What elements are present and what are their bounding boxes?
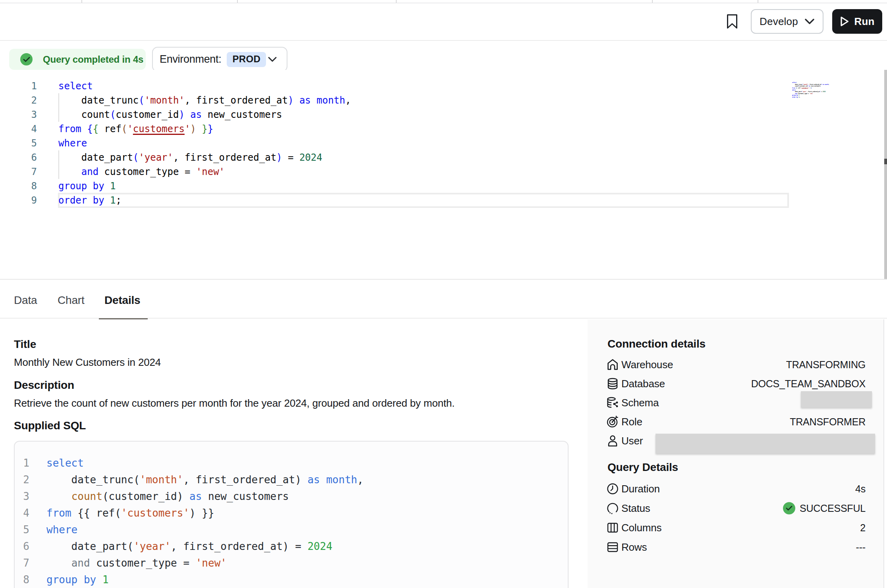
indent-guide	[58, 93, 59, 122]
code-line: date_part('year', first_ordered_at) = 20…	[58, 150, 351, 165]
develop-dropdown-button[interactable]: Develop	[751, 9, 823, 34]
develop-button-label: Develop	[760, 15, 798, 28]
bookmark-icon	[727, 14, 738, 29]
browser-tab-separator	[758, 0, 758, 3]
schema-icon	[607, 397, 619, 409]
title-heading: Title	[14, 338, 36, 351]
sql-editor[interactable]: 1 2 3 4 5 6 7 8 9 select date_trunc('mon…	[0, 70, 887, 279]
code-line: date_part('year', first_ordered_at) = 20…	[46, 538, 363, 555]
code-line: and customer_type = 'new'	[58, 165, 351, 179]
code-line: where	[46, 521, 363, 538]
redacted-value	[656, 434, 875, 453]
connection-details-panel: Connection details WarehouseTRANSFORMING…	[588, 319, 884, 588]
editor-line-numbers: 1 2 3 4 5 6 7 8 9	[0, 79, 37, 208]
code-line: from {{ ref('customers') }}	[58, 122, 351, 136]
toolbar: Develop Run	[0, 4, 887, 40]
code-line: group by 1	[46, 571, 363, 588]
detail-row-value: TRANSFORMING	[786, 359, 866, 371]
browser-tab-separator	[652, 0, 653, 3]
description-value: Retrieve the count of new customers per …	[14, 397, 455, 409]
connection-details-heading: Connection details	[607, 338, 706, 350]
tab-details[interactable]: Details	[104, 294, 140, 307]
status-icon	[607, 502, 619, 514]
detail-row-warehouse: WarehouseTRANSFORMING	[588, 355, 884, 374]
supplied-sql-code-block: 1 2 3 4 5 6 7 8 9 select date_trunc('mon…	[14, 441, 569, 588]
tab-data[interactable]: Data	[14, 294, 37, 307]
code-line: order by 1;	[58, 193, 351, 208]
detail-row-columns: Columns2	[588, 518, 884, 537]
editor-scrollbar[interactable]	[884, 70, 887, 279]
code-line: select	[46, 455, 363, 471]
detail-row-user: User	[588, 431, 884, 450]
detail-row-label: Rows	[621, 541, 647, 553]
editor-code: select date_trunc('month', first_ordered…	[58, 79, 351, 208]
browser-tab-separator	[81, 0, 82, 3]
detail-row-schema: Schema	[588, 393, 884, 412]
detail-row-label: Columns	[621, 522, 661, 534]
environment-value-chip: PROD	[227, 52, 266, 67]
columns-icon	[607, 522, 619, 534]
code-line: select	[58, 79, 351, 93]
detail-row-value: DOCS_TEAM_SANDBOX	[751, 378, 866, 390]
supplied-sql-code: select date_trunc('month', first_ordered…	[46, 455, 363, 588]
detail-row-status: StatusSUCCESSFUL	[588, 499, 884, 518]
chevron-down-icon	[804, 18, 815, 25]
detail-row-label: User	[621, 435, 643, 447]
browser-tab-separator	[396, 0, 397, 3]
detail-row-label: Status	[621, 502, 650, 515]
bookmark-button[interactable]	[723, 11, 741, 32]
code-line: group by 1	[58, 179, 351, 193]
details-content: Title Monthly New Customers in 2024 Desc…	[0, 319, 588, 588]
status-value: SUCCESSFUL	[783, 502, 866, 515]
chevron-down-icon	[268, 56, 277, 62]
run-button[interactable]: Run	[832, 9, 882, 34]
title-value: Monthly New Customers in 2024	[14, 356, 161, 369]
rows-icon	[607, 541, 619, 553]
check-circle-icon	[783, 502, 795, 515]
code-line: and customer_type = 'new'	[46, 555, 363, 571]
toolbar-divider	[0, 40, 887, 41]
code-line: count(customer_id) as new_customers	[58, 108, 351, 122]
query-status-text: Query completed in 4s	[43, 54, 143, 65]
supplied-sql-heading: Supplied SQL	[14, 419, 86, 432]
indent-guide	[58, 150, 59, 179]
code-line: count(customer_id) as new_customers	[46, 488, 363, 505]
code-line: where	[58, 136, 351, 150]
query-details-heading: Query Details	[607, 461, 678, 474]
code-line: date_trunc('month', first_ordered_at) as…	[46, 471, 363, 488]
detail-row-label: Warehouse	[621, 359, 673, 371]
detail-row-value: ---	[856, 542, 866, 553]
code-line: order by 1;	[792, 96, 798, 98]
detail-row-role: RoleTRANSFORMER	[588, 412, 884, 431]
detail-row-duration: Duration4s	[588, 479, 884, 498]
run-button-label: Run	[854, 15, 874, 28]
tab-chart[interactable]: Chart	[58, 294, 84, 307]
detail-row-label: Database	[621, 378, 665, 390]
detail-row-label: Schema	[621, 397, 659, 409]
duration-icon	[607, 483, 619, 495]
warehouse-icon	[607, 359, 619, 371]
detail-row-database: DatabaseDOCS_TEAM_SANDBOX	[588, 374, 884, 393]
editor-minimap: select date_trunc('month', first_ordered…	[792, 82, 838, 100]
query-status-badge: Query completed in 4s	[9, 49, 146, 70]
user-icon	[607, 435, 619, 447]
database-icon	[607, 378, 619, 390]
supplied-sql-line-numbers: 1 2 3 4 5 6 7 8 9	[15, 455, 29, 588]
detail-row-value: TRANSFORMER	[790, 416, 866, 428]
browser-tab-strip	[0, 0, 887, 3]
detail-row-label: Duration	[621, 483, 660, 495]
play-icon	[840, 16, 849, 27]
editor-scrollbar-thumb[interactable]	[884, 159, 887, 164]
detail-row-label: Role	[621, 416, 642, 428]
environment-dropdown[interactable]: Environment: PROD	[152, 47, 287, 72]
check-circle-icon	[20, 53, 33, 65]
results-tab-bar: DataChartDetails	[0, 280, 887, 319]
browser-tab-separator	[237, 0, 238, 3]
description-heading: Description	[14, 379, 74, 392]
detail-row-rows: Rows---	[588, 538, 884, 557]
environment-label: Environment:	[160, 53, 221, 65]
code-line: from {{ ref('customers') }}	[46, 505, 363, 521]
detail-row-value: 2	[860, 522, 866, 534]
detail-row-value: SUCCESSFUL	[800, 503, 866, 514]
redacted-value	[801, 391, 872, 407]
